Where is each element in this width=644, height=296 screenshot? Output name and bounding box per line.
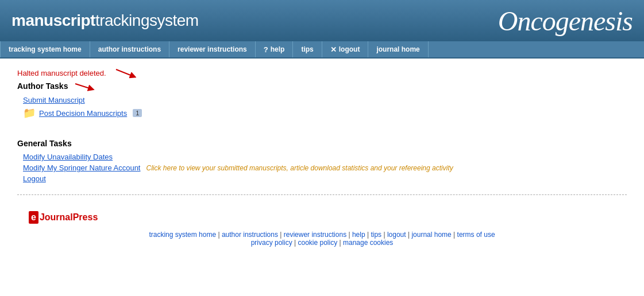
logout-item: Logout <box>23 174 627 183</box>
arrow-icon <box>113 67 136 79</box>
nav-help[interactable]: ? help <box>256 41 294 57</box>
tracking-home-label: tracking system home <box>9 45 82 53</box>
logo-bold: manuscript <box>11 11 95 29</box>
footer-terms[interactable]: terms of use <box>457 231 495 239</box>
ejp-text: JournalPress <box>40 212 98 223</box>
ejp-logo: e JournalPress <box>29 211 98 224</box>
post-decision-item: 📁 Post Decision Manuscripts 1 <box>23 107 627 119</box>
red-arrow-icon <box>72 81 95 91</box>
footer-tracking-home[interactable]: tracking system home <box>149 231 216 239</box>
post-decision-badge: 1 <box>133 109 142 117</box>
footer-author-instructions[interactable]: author instructions <box>222 231 278 239</box>
author-tasks-heading: Author Tasks <box>17 81 627 91</box>
modify-springer-item: Modify My Springer Nature Account Click … <box>23 163 627 172</box>
footer-nav: tracking system home | author instructio… <box>17 228 627 251</box>
general-logout-link[interactable]: Logout <box>23 174 46 183</box>
footer-row2: privacy policy | cookie policy | manage … <box>17 239 627 247</box>
tips-label: tips <box>301 45 313 53</box>
journal-home-label: journal home <box>376 45 419 53</box>
general-tasks-title-text: General Tasks <box>17 139 72 148</box>
footer-reviewer-instructions[interactable]: reviewer instructions <box>284 231 346 239</box>
logout-icon: ✕ <box>330 45 337 54</box>
footer-tips[interactable]: tips <box>371 231 381 239</box>
journal-name: Oncogenesis <box>498 5 633 37</box>
post-decision-link[interactable]: Post Decision Manuscripts <box>39 109 127 118</box>
help-label: help <box>271 45 285 53</box>
general-tasks-heading: General Tasks <box>17 139 627 148</box>
author-tasks-title-text: Author Tasks <box>17 81 68 91</box>
nav-tips[interactable]: tips <box>293 41 322 57</box>
section-spacer <box>17 122 627 139</box>
nav-journal-home[interactable]: journal home <box>368 41 428 57</box>
notification-message: Halted manuscript deleted. <box>17 69 106 77</box>
springer-note-text: Click here to view your submitted manusc… <box>146 164 453 172</box>
footer-journal-home[interactable]: journal home <box>411 231 451 239</box>
footer-help[interactable]: help <box>352 231 365 239</box>
content-divider <box>17 194 627 195</box>
submit-manuscript-item: Submit Manuscript <box>23 96 627 104</box>
author-instructions-label: author instructions <box>98 45 161 53</box>
footer-logout[interactable]: logout <box>387 231 406 239</box>
modify-unavailability-item: Modify Unavailability Dates <box>23 153 627 161</box>
header: manuscripttrackingsystem Oncogenesis <box>0 0 644 41</box>
logout-label: logout <box>339 45 360 53</box>
footer-manage-cookies[interactable]: manage cookies <box>343 239 393 247</box>
ejp-e-letter: e <box>29 211 38 224</box>
help-icon: ? <box>264 45 268 54</box>
svg-line-3 <box>75 84 91 89</box>
nav-logout[interactable]: ✕ logout <box>322 41 369 57</box>
folder-icon: 📁 <box>23 107 36 119</box>
footer-brand: e JournalPress <box>17 207 627 228</box>
nav-tracking-home[interactable]: tracking system home <box>0 41 90 57</box>
footer-row1: tracking system home | author instructio… <box>17 231 627 239</box>
main-content: Halted manuscript deleted. Author Tasks <box>0 59 644 260</box>
reviewer-instructions-label: reviewer instructions <box>178 45 247 53</box>
nav-reviewer-instructions[interactable]: reviewer instructions <box>169 41 256 57</box>
submit-manuscript-link[interactable]: Submit Manuscript <box>23 96 85 104</box>
notification-bar: Halted manuscript deleted. <box>17 67 627 79</box>
nav-author-instructions[interactable]: author instructions <box>90 41 169 57</box>
footer-cookie[interactable]: cookie policy <box>298 239 337 247</box>
logo-normal: trackingsystem <box>95 11 199 29</box>
modify-springer-link[interactable]: Modify My Springer Nature Account <box>23 163 140 172</box>
general-tasks-section: General Tasks Modify Unavailability Date… <box>17 139 627 183</box>
modify-unavailability-link[interactable]: Modify Unavailability Dates <box>23 153 113 161</box>
main-navbar: tracking system home author instructions… <box>0 41 644 59</box>
footer-privacy[interactable]: privacy policy <box>251 239 292 247</box>
svg-line-1 <box>116 69 133 76</box>
site-logo: manuscripttrackingsystem <box>11 11 199 30</box>
